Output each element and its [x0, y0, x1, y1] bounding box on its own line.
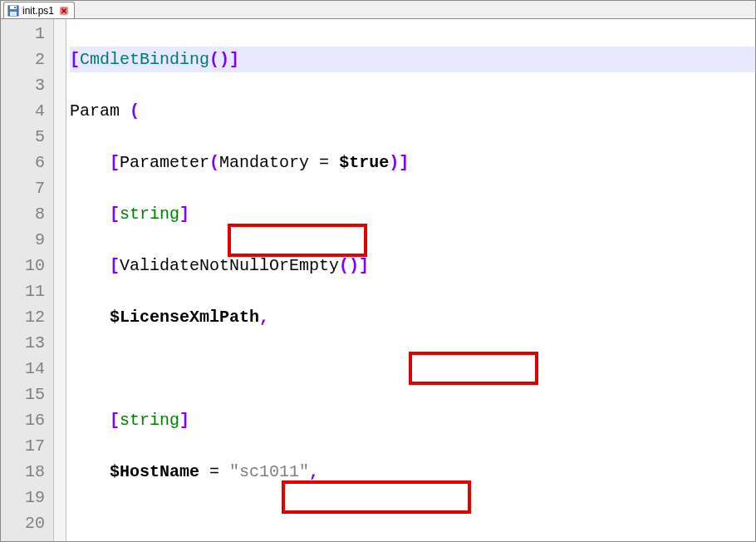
code-area[interactable]: [CmdletBinding()] Param ( [Parameter(Man…	[66, 19, 755, 542]
code-line[interactable]: [Parameter(Mandatory = $true)]	[70, 150, 755, 175]
line-number: 7	[1, 175, 45, 201]
code-line[interactable]: [string]	[70, 407, 755, 433]
line-number: 8	[1, 201, 45, 227]
code-line[interactable]: [string]	[70, 201, 755, 227]
line-number: 3	[1, 72, 45, 98]
line-number: 5	[1, 124, 45, 150]
code-line[interactable]	[70, 356, 755, 382]
line-number: 11	[1, 278, 45, 304]
fold-margin	[54, 19, 66, 542]
line-number: 14	[1, 356, 45, 382]
line-number: 15	[1, 382, 45, 407]
close-icon[interactable]	[59, 6, 69, 16]
code-editor[interactable]: 1 2 3 4 5 6 7 8 9 10 11 12 13 14 15 16 1…	[1, 19, 755, 542]
highlight-box	[282, 480, 471, 514]
tab-bar: init.ps1	[1, 1, 755, 19]
line-number: 9	[1, 227, 45, 253]
code-line[interactable]: $LicenseXmlPath,	[70, 304, 755, 330]
code-line[interactable]: $HostName = "sc1011",	[70, 459, 755, 485]
line-number: 19	[1, 485, 45, 510]
line-number: 1	[1, 21, 45, 47]
line-number: 2	[1, 47, 45, 72]
line-number: 17	[1, 433, 45, 459]
line-number: 16	[1, 407, 45, 433]
line-number: 4	[1, 98, 45, 124]
tab-filename: init.ps1	[22, 5, 54, 17]
highlight-box	[228, 224, 367, 257]
svg-rect-2	[10, 12, 17, 16]
code-line[interactable]: Param (	[70, 98, 755, 124]
line-number-gutter: 1 2 3 4 5 6 7 8 9 10 11 12 13 14 15 16 1…	[1, 19, 54, 542]
code-line[interactable]: [CmdletBinding()]	[70, 47, 755, 72]
svg-rect-3	[14, 7, 16, 8]
line-number: 10	[1, 253, 45, 278]
line-number: 13	[1, 330, 45, 356]
line-number: 12	[1, 304, 45, 330]
code-line[interactable]	[70, 510, 755, 536]
line-number: 20	[1, 510, 45, 536]
save-disk-icon	[7, 5, 19, 17]
line-number: 6	[1, 150, 45, 175]
code-line[interactable]: [ValidateNotNullOrEmpty()]	[70, 253, 755, 278]
file-tab[interactable]: init.ps1	[3, 2, 75, 18]
line-number: 18	[1, 459, 45, 485]
